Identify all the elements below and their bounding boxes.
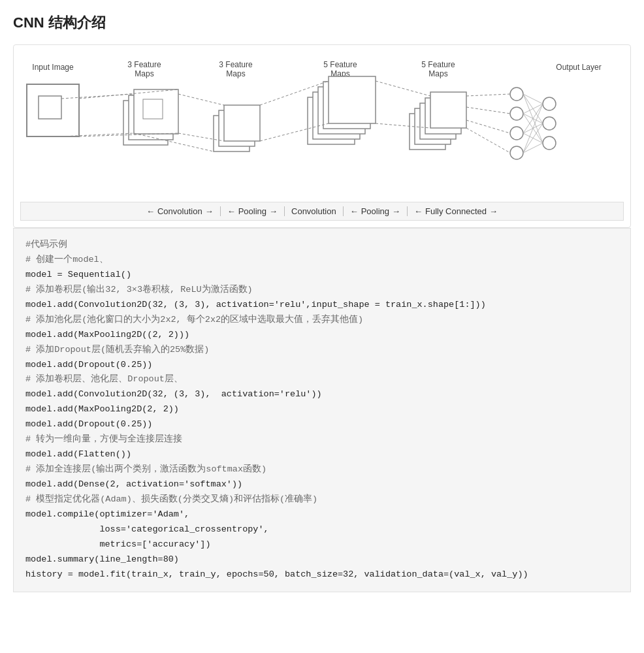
- fmap3-card1: [329, 76, 376, 123]
- fully-connected-label: Fully Connected: [425, 206, 487, 216]
- code-block: #代码示例 # 创建一个model、 model = Sequential() …: [13, 228, 631, 592]
- label-output: Output Layer: [556, 63, 601, 72]
- svg-line-26: [466, 128, 510, 153]
- diagram-area: Input Image 3 Feature Maps 3 Feature Map…: [13, 44, 631, 228]
- arrow-left-conv1: ←: [146, 206, 155, 216]
- nn-node-r1: [543, 97, 556, 110]
- svg-line-11: [523, 143, 543, 153]
- arrow-right-fc: →: [489, 206, 498, 216]
- svg-line-23: [466, 94, 510, 96]
- arrow-left-pool1: ←: [227, 206, 236, 216]
- arrow-bar: ← Convolution → ← Pooling → Convolution …: [20, 202, 624, 221]
- svg-line-16: [178, 94, 224, 105]
- label-fmap2b: Maps: [226, 69, 245, 78]
- label-fmap3: 5 Feature: [323, 60, 357, 69]
- nn-node-l3: [510, 127, 523, 140]
- label-fmap1: 3 Feature: [127, 60, 161, 69]
- page-title: CNN 结构介绍: [13, 13, 631, 33]
- arrow-fully-connected: ← Fully Connected →: [408, 206, 504, 216]
- input-inner-rect: [39, 96, 61, 119]
- arrow-right-pool2: →: [392, 206, 400, 216]
- arrow-left-fc: ←: [414, 206, 423, 216]
- svg-line-9: [523, 104, 543, 153]
- label-fmap2: 3 Feature: [219, 60, 253, 69]
- arrow-left-pool2: ←: [350, 206, 359, 216]
- svg-line-24: [466, 107, 510, 114]
- fmap1-inner: [143, 99, 163, 119]
- fmap2-card1: [224, 105, 260, 141]
- arrow-right-conv1: →: [205, 206, 214, 216]
- label-fmap1b: Maps: [135, 69, 153, 78]
- label-input: Input Image: [32, 63, 74, 72]
- pooling1-label: Pooling: [238, 206, 266, 216]
- svg-line-21: [376, 81, 430, 96]
- nn-node-l1: [510, 88, 523, 101]
- svg-line-0: [523, 94, 543, 104]
- svg-line-3: [523, 104, 543, 114]
- arrow-convolution1: ← Convolution →: [140, 206, 221, 216]
- nn-node-r2: [543, 117, 556, 130]
- label-fmap4b: Maps: [428, 69, 447, 78]
- arrow-right-pool1: →: [269, 206, 278, 216]
- nn-node-r3: [543, 136, 556, 150]
- cnn-diagram-svg: Input Image 3 Feature Maps 3 Feature Map…: [20, 58, 624, 202]
- svg-line-25: [466, 120, 510, 133]
- pooling2-label: Pooling: [361, 206, 389, 216]
- nn-node-l4: [510, 146, 523, 159]
- arrow-convolution2: Convolution: [285, 206, 344, 216]
- fmap4-card1: [430, 92, 466, 128]
- arrow-pooling2: ← Pooling →: [344, 206, 408, 216]
- convolution2-label: Convolution: [291, 206, 336, 216]
- nn-node-l2: [510, 107, 523, 120]
- label-fmap4: 5 Feature: [421, 60, 455, 69]
- convolution1-label: Convolution: [157, 206, 202, 216]
- arrow-pooling1: ← Pooling →: [221, 206, 285, 216]
